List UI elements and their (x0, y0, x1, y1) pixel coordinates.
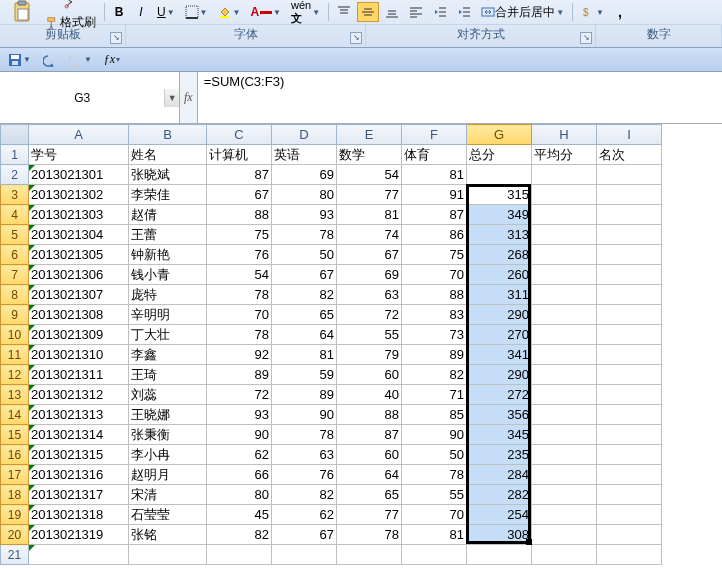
cell-B18[interactable]: 宋清 (129, 485, 207, 505)
cell-B13[interactable]: 刘蕊 (129, 385, 207, 405)
cell-I17[interactable] (597, 465, 662, 485)
cell-H8[interactable] (532, 285, 597, 305)
name-box-dropdown[interactable]: ▼ (164, 89, 179, 107)
cell-G9[interactable]: 290 (467, 305, 532, 325)
cell-H15[interactable] (532, 425, 597, 445)
cell-D3[interactable]: 80 (272, 185, 337, 205)
cell-A4[interactable]: 2013021303 (29, 205, 129, 225)
cell-E19[interactable]: 77 (337, 505, 402, 525)
cell-B17[interactable]: 赵明月 (129, 465, 207, 485)
currency-button[interactable]: $▼ (577, 2, 608, 22)
cell-D19[interactable]: 62 (272, 505, 337, 525)
cell-C8[interactable]: 78 (207, 285, 272, 305)
cell-B3[interactable]: 李荣佳 (129, 185, 207, 205)
col-header-C[interactable]: C (207, 125, 272, 145)
cell-G17[interactable]: 284 (467, 465, 532, 485)
cell-I19[interactable] (597, 505, 662, 525)
row-header-4[interactable]: 4 (1, 205, 29, 225)
row-header-17[interactable]: 17 (1, 465, 29, 485)
cell-D8[interactable]: 82 (272, 285, 337, 305)
row-header-12[interactable]: 12 (1, 365, 29, 385)
cell-G20[interactable]: 308 (467, 525, 532, 545)
cell-D18[interactable]: 82 (272, 485, 337, 505)
cell-F3[interactable]: 91 (402, 185, 467, 205)
row-header-10[interactable]: 10 (1, 325, 29, 345)
col-header-D[interactable]: D (272, 125, 337, 145)
cell-G18[interactable]: 282 (467, 485, 532, 505)
cell-A3[interactable]: 2013021302 (29, 185, 129, 205)
decrease-indent-button[interactable] (429, 2, 451, 22)
alignment-expand[interactable]: ↘ (580, 32, 592, 44)
cell-E4[interactable]: 81 (337, 205, 402, 225)
cell-H13[interactable] (532, 385, 597, 405)
cell-H5[interactable] (532, 225, 597, 245)
row-header-1[interactable]: 1 (1, 145, 29, 165)
row-header-3[interactable]: 3 (1, 185, 29, 205)
align-middle-button[interactable] (357, 2, 379, 22)
cell-I18[interactable] (597, 485, 662, 505)
cell-H2[interactable] (532, 165, 597, 185)
cell-B5[interactable]: 王蕾 (129, 225, 207, 245)
align-left-button[interactable] (405, 2, 427, 22)
italic-button[interactable]: I (131, 2, 151, 22)
cell-D21[interactable] (272, 545, 337, 565)
row-header-5[interactable]: 5 (1, 225, 29, 245)
row-header-13[interactable]: 13 (1, 385, 29, 405)
col-header-I[interactable]: I (597, 125, 662, 145)
border-button[interactable]: ▼ (181, 2, 212, 22)
cell-I5[interactable] (597, 225, 662, 245)
cell-E3[interactable]: 77 (337, 185, 402, 205)
cell-A20[interactable]: 2013021319 (29, 525, 129, 545)
cell-E17[interactable]: 64 (337, 465, 402, 485)
cell-I4[interactable] (597, 205, 662, 225)
cell-B7[interactable]: 钱小青 (129, 265, 207, 285)
cell-G15[interactable]: 345 (467, 425, 532, 445)
cell-F12[interactable]: 82 (402, 365, 467, 385)
undo-button[interactable] (39, 50, 61, 70)
cell-G13[interactable]: 272 (467, 385, 532, 405)
cell-F13[interactable]: 71 (402, 385, 467, 405)
cell-E20[interactable]: 78 (337, 525, 402, 545)
cell-B9[interactable]: 辛明明 (129, 305, 207, 325)
cell-G12[interactable]: 290 (467, 365, 532, 385)
cell-C9[interactable]: 70 (207, 305, 272, 325)
cell-C2[interactable]: 87 (207, 165, 272, 185)
cell-A18[interactable]: 2013021317 (29, 485, 129, 505)
cell-D16[interactable]: 63 (272, 445, 337, 465)
cell-I1[interactable]: 名次 (597, 145, 662, 165)
cell-F7[interactable]: 70 (402, 265, 467, 285)
cell-G10[interactable]: 270 (467, 325, 532, 345)
cell-F17[interactable]: 78 (402, 465, 467, 485)
col-header-F[interactable]: F (402, 125, 467, 145)
cell-H18[interactable] (532, 485, 597, 505)
cell-A11[interactable]: 2013021310 (29, 345, 129, 365)
cell-H1[interactable]: 平均分 (532, 145, 597, 165)
align-bottom-button[interactable] (381, 2, 403, 22)
cell-H17[interactable] (532, 465, 597, 485)
col-header-H[interactable]: H (532, 125, 597, 145)
cell-F21[interactable] (402, 545, 467, 565)
cell-H19[interactable] (532, 505, 597, 525)
row-header-18[interactable]: 18 (1, 485, 29, 505)
bold-button[interactable]: B (109, 2, 129, 22)
row-header-8[interactable]: 8 (1, 285, 29, 305)
cell-A13[interactable]: 2013021312 (29, 385, 129, 405)
cell-F20[interactable]: 81 (402, 525, 467, 545)
cell-I8[interactable] (597, 285, 662, 305)
col-header-A[interactable]: A (29, 125, 129, 145)
cell-B6[interactable]: 钟新艳 (129, 245, 207, 265)
cell-C19[interactable]: 45 (207, 505, 272, 525)
cell-F10[interactable]: 73 (402, 325, 467, 345)
cell-I7[interactable] (597, 265, 662, 285)
cell-G5[interactable]: 313 (467, 225, 532, 245)
cell-E10[interactable]: 55 (337, 325, 402, 345)
cell-A14[interactable]: 2013021313 (29, 405, 129, 425)
cell-G21[interactable] (467, 545, 532, 565)
cell-C7[interactable]: 54 (207, 265, 272, 285)
cell-E5[interactable]: 74 (337, 225, 402, 245)
cell-F19[interactable]: 70 (402, 505, 467, 525)
cell-H7[interactable] (532, 265, 597, 285)
cell-E14[interactable]: 88 (337, 405, 402, 425)
cell-D4[interactable]: 93 (272, 205, 337, 225)
cell-H16[interactable] (532, 445, 597, 465)
